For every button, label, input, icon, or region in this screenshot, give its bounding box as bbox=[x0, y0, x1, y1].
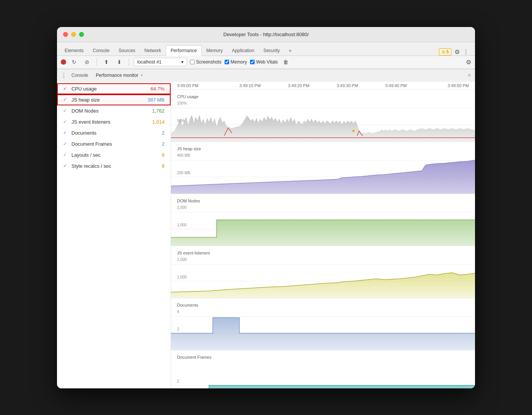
sidebar-item-cpu-usage[interactable]: ✓ CPU usage 64.7% bbox=[57, 83, 171, 94]
time-mark-1: 3:49:10 PM bbox=[226, 83, 274, 88]
cpu-alert-dot bbox=[352, 130, 355, 132]
memory-label: Memory bbox=[231, 59, 247, 65]
memory-checkbox[interactable] bbox=[225, 60, 229, 64]
js-events-check-icon: ✓ bbox=[63, 119, 68, 124]
frames-chart-section: Document Frames 2 bbox=[171, 350, 475, 388]
bottom-tab-console[interactable]: Console bbox=[68, 71, 91, 80]
events-chart-canvas: 2,000 1,000 bbox=[171, 256, 475, 298]
bottom-panel-close[interactable]: ✕ bbox=[467, 73, 471, 78]
tab-security[interactable]: Security bbox=[259, 46, 284, 56]
trash-icon[interactable]: 🗑 bbox=[281, 57, 291, 67]
dom-chart-label: DOM Nodes bbox=[171, 197, 475, 204]
events-svg bbox=[171, 256, 475, 298]
layouts-check-icon: ✓ bbox=[63, 152, 68, 157]
bottom-tab-perf-monitor[interactable]: Performance monitor × bbox=[93, 71, 146, 80]
tab-sources[interactable]: Sources bbox=[114, 46, 140, 56]
sidebar-item-documents[interactable]: ✓ Documents 2 bbox=[57, 127, 171, 138]
layouts-label: Layouts / sec bbox=[71, 152, 162, 158]
time-mark-2: 3:49:20 PM bbox=[274, 83, 323, 88]
js-heap-label: JS heap size bbox=[71, 97, 147, 103]
stop-icon[interactable]: ⊘ bbox=[82, 57, 92, 67]
alerts-badge[interactable]: ⚠ 5 bbox=[439, 48, 451, 56]
perf-monitor-close[interactable]: × bbox=[140, 73, 143, 78]
events-chart-label: JS event listeners bbox=[171, 249, 475, 256]
heap-200-label: 200 MB bbox=[177, 171, 190, 175]
style-recalcs-label: Style recalcs / sec bbox=[71, 163, 162, 169]
sep2 bbox=[129, 58, 129, 66]
minimize-button[interactable] bbox=[71, 32, 76, 37]
events-2000-label: 2,000 bbox=[177, 258, 187, 262]
web-vitals-checkbox-label[interactable]: Web Vitals bbox=[250, 59, 278, 65]
js-events-label: JS event listeners bbox=[71, 119, 152, 125]
upload-icon[interactable]: ⬆ bbox=[101, 57, 111, 67]
layouts-value: 8 bbox=[162, 152, 165, 158]
time-mark-4: 3:49:40 PM bbox=[372, 83, 420, 88]
dom-nodes-check-icon: ✓ bbox=[63, 108, 68, 113]
cpu-chart-section: CPU usage 100% 50% bbox=[171, 90, 475, 142]
screenshots-checkbox[interactable] bbox=[190, 60, 195, 64]
screenshots-label: Screenshots bbox=[196, 59, 222, 65]
heap-400-label: 400 MB bbox=[177, 153, 190, 157]
cpu-svg bbox=[171, 100, 475, 142]
sidebar-item-js-heap[interactable]: ✓ JS heap size 387 MB bbox=[57, 94, 171, 105]
url-bar[interactable]: localhost #1 ▾ bbox=[134, 58, 187, 66]
events-area bbox=[171, 273, 475, 298]
download-icon[interactable]: ⬇ bbox=[114, 57, 124, 67]
window-title: Developer Tools - http://localhost:8080/ bbox=[223, 32, 309, 37]
sidebar-item-layouts[interactable]: ✓ Layouts / sec 8 bbox=[57, 149, 171, 161]
three-dots-icon[interactable]: ⋮ bbox=[61, 72, 67, 79]
tab-elements[interactable]: Elements bbox=[60, 46, 88, 56]
refresh-icon[interactable]: ↻ bbox=[69, 57, 79, 67]
web-vitals-checkbox[interactable] bbox=[250, 60, 255, 64]
maximize-button[interactable] bbox=[79, 32, 84, 37]
doc-frames-label: Document Frames bbox=[71, 141, 162, 147]
screenshots-checkbox-label[interactable]: Screenshots bbox=[190, 59, 222, 65]
cpu-usage-value: 64.7% bbox=[150, 86, 165, 92]
perf-settings-icon[interactable]: ⚙ bbox=[466, 59, 471, 66]
sidebar-item-doc-frames[interactable]: ✓ Document Frames 2 bbox=[57, 138, 171, 149]
tab-more[interactable]: » bbox=[284, 46, 296, 56]
tab-performance[interactable]: Performance bbox=[166, 45, 202, 56]
docs-chart-label: Documents bbox=[171, 301, 475, 308]
time-mark-3: 3:49:30 PM bbox=[323, 83, 372, 88]
nav-tabs: Elements Console Sources Network Perform… bbox=[57, 42, 475, 56]
heap-chart-label: JS heap size bbox=[171, 145, 475, 152]
documents-value: 2 bbox=[162, 130, 165, 136]
cpu-50-label: 50% bbox=[177, 119, 185, 123]
tab-console[interactable]: Console bbox=[88, 46, 114, 56]
frames-2-label: 2 bbox=[177, 379, 179, 383]
web-vitals-label: Web Vitals bbox=[256, 59, 278, 65]
docs-2-label: 2 bbox=[177, 327, 179, 331]
devtools-window: Developer Tools - http://localhost:8080/… bbox=[57, 27, 475, 388]
close-button[interactable] bbox=[63, 32, 68, 37]
main-content: ✓ CPU usage 64.7% ✓ JS heap size 387 MB … bbox=[57, 82, 475, 388]
frames-area bbox=[171, 385, 475, 388]
sidebar-item-dom-nodes[interactable]: ✓ DOM Nodes 1,762 bbox=[57, 105, 171, 116]
heap-svg bbox=[171, 152, 475, 194]
more-icon[interactable]: ⋮ bbox=[463, 48, 469, 56]
tab-application[interactable]: Application bbox=[227, 46, 259, 56]
traffic-lights bbox=[63, 32, 84, 37]
style-recalcs-value: 8 bbox=[162, 163, 165, 169]
url-text: localhost #1 bbox=[137, 59, 162, 65]
style-recalcs-check-icon: ✓ bbox=[63, 163, 68, 169]
devtools-body: ⋮ Console Performance monitor × ✕ ✓ CPU … bbox=[57, 69, 475, 388]
tab-network[interactable]: Network bbox=[140, 46, 166, 56]
tab-memory[interactable]: Memory bbox=[202, 46, 227, 56]
memory-checkbox-label[interactable]: Memory bbox=[225, 59, 247, 65]
sidebar-item-js-events[interactable]: ✓ JS event listeners 1,014 bbox=[57, 116, 171, 127]
record-button[interactable] bbox=[61, 59, 66, 65]
cpu-usage-label: CPU usage bbox=[71, 86, 150, 92]
documents-label: Documents bbox=[71, 130, 162, 136]
heap-chart-canvas: 400 MB 200 MB bbox=[171, 152, 475, 194]
dom-1000-label: 1,000 bbox=[177, 223, 187, 227]
cpu-100-label: 100% bbox=[177, 101, 187, 105]
sidebar-item-style-recalcs[interactable]: ✓ Style recalcs / sec 8 bbox=[57, 161, 171, 172]
heap-chart-section: JS heap size 400 MB 200 MB bbox=[171, 142, 475, 194]
dom-2000-label: 2,000 bbox=[177, 205, 187, 210]
docs-chart-section: Documents 4 2 bbox=[171, 298, 475, 350]
perf-toolbar: ↻ ⊘ ⬆ ⬇ localhost #1 ▾ Screenshots Memor… bbox=[57, 56, 475, 69]
titlebar: Developer Tools - http://localhost:8080/ bbox=[57, 27, 475, 42]
settings-icon[interactable]: ⚙ bbox=[454, 48, 460, 56]
documents-check-icon: ✓ bbox=[63, 130, 68, 135]
